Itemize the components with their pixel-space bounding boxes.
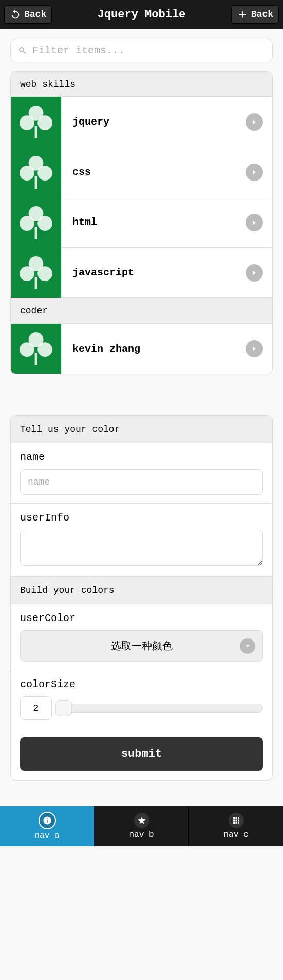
clover-icon [15,152,56,193]
svg-point-17 [20,342,34,357]
name-label: name [20,451,263,463]
svg-point-2 [37,115,52,130]
userinfo-textarea[interactable] [20,530,263,566]
submit-block: submit [11,728,272,780]
list-item-css[interactable]: css [11,147,272,197]
svg-point-10 [37,216,52,231]
slider-row [20,696,263,720]
svg-point-6 [37,166,52,181]
field-colorsize: colorSize [11,670,272,728]
thumbnail [11,197,61,248]
list-item-jquery[interactable]: jquery [11,97,272,147]
svg-rect-15 [35,277,37,289]
userinfo-label: userInfo [20,512,263,524]
plus-icon [237,9,248,20]
search-icon [18,46,27,55]
back-arrow-icon [10,9,21,20]
form: Tell us your color name userInfo Build y… [10,415,273,781]
field-name: name [11,443,272,504]
nav-b-label: nav b [129,830,154,839]
back-button-right-label: Back [251,9,273,19]
filter-input[interactable] [32,45,265,56]
info-icon [39,812,56,829]
nav-a-label: nav a [34,831,59,841]
list-divider-coder: coder [11,298,272,324]
svg-rect-19 [35,353,37,365]
clover-icon [15,328,56,369]
list-item-html[interactable]: html [11,197,272,248]
svg-point-13 [20,266,34,281]
form-header-1: Tell us your color [11,416,272,443]
chevron-down-icon [240,638,255,654]
thumbnail [11,248,61,298]
slider-handle[interactable] [55,700,72,716]
navbar: nav a nav b nav c [0,806,283,846]
nav-b[interactable]: nav b [95,806,189,846]
submit-button[interactable]: submit [20,737,263,771]
back-button-right[interactable]: Back [231,5,279,24]
back-button-left-label: Back [24,9,46,19]
clover-icon [15,252,56,293]
field-usercolor: userColor 选取一种颜色 [11,604,272,670]
listview: web skills jquery css html [10,71,273,374]
list-item-kevin[interactable]: kevin zhang [11,324,272,374]
chevron-right-icon [246,214,263,231]
svg-point-1 [20,115,34,130]
chevron-right-icon [246,264,263,282]
item-label: html [61,216,246,228]
nav-a[interactable]: nav a [0,806,95,846]
item-label: kevin zhang [61,343,246,355]
thumbnail [11,147,61,197]
clover-icon [15,202,56,243]
name-input[interactable] [20,469,263,495]
colorsize-label: colorSize [20,678,263,690]
usercolor-select[interactable]: 选取一种颜色 [20,630,263,662]
svg-point-18 [37,342,52,357]
svg-point-14 [37,266,52,281]
item-label: css [61,166,246,178]
svg-rect-7 [35,176,37,189]
item-label: javascript [61,267,246,278]
colorsize-value-input[interactable] [20,696,52,720]
svg-point-9 [20,216,34,231]
clover-icon [15,102,56,143]
page-title: Jquery Mobile [52,8,231,21]
thumbnail [11,324,61,374]
header: Back Jquery Mobile Back [0,0,283,29]
colorsize-slider[interactable] [57,704,263,713]
field-userinfo: userInfo [11,504,272,576]
form-header-2: Build your colors [11,576,272,604]
grid-icon [229,813,244,828]
chevron-right-icon [246,340,263,357]
svg-point-5 [20,166,34,181]
back-button-left[interactable]: Back [4,5,52,24]
star-icon [134,813,149,828]
usercolor-select-text: 选取一种颜色 [29,639,254,653]
nav-c-label: nav c [223,830,248,839]
nav-c[interactable]: nav c [189,806,283,846]
usercolor-label: userColor [20,612,263,624]
svg-rect-3 [35,126,37,138]
list-divider-skills: web skills [11,72,272,97]
chevron-right-icon [246,113,263,131]
svg-rect-11 [35,227,37,239]
content: web skills jquery css html [0,29,283,791]
chevron-right-icon [246,164,263,181]
filter-container [10,39,273,62]
item-label: jquery [61,116,246,128]
thumbnail [11,97,61,147]
list-item-javascript[interactable]: javascript [11,248,272,298]
